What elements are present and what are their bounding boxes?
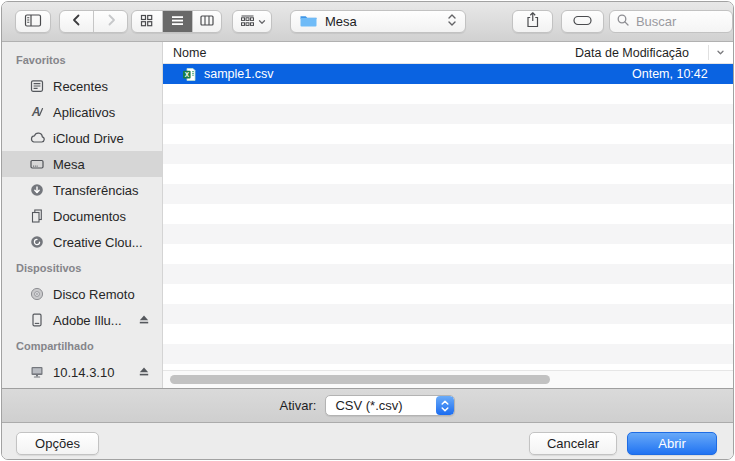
sidebar-section-compartilhado: Compartilhado — [2, 333, 162, 359]
sidebar-item-mesa[interactable]: Mesa — [2, 151, 162, 177]
history-nav — [59, 10, 128, 33]
format-select-value: CSV (*.csv) — [326, 398, 436, 413]
sidebar-item-label: iCloud Drive — [53, 131, 162, 146]
search-field[interactable] — [609, 10, 733, 33]
icloud-drive-icon — [28, 130, 46, 146]
sidebar-item-10-14-3-10[interactable]: 10.14.3.10 — [2, 359, 162, 385]
group-by-icon — [239, 13, 256, 31]
column-view-button[interactable] — [192, 11, 222, 32]
excel-file-icon: X — [182, 67, 197, 82]
file-open-dialog: Mesa Favoritos — [1, 1, 734, 460]
sidebar-section-dispositivos: Dispositivos — [2, 255, 162, 281]
column-header-date[interactable]: Data de Modificação — [575, 46, 689, 60]
search-icon — [616, 13, 630, 31]
sidebar-item-label: Recentes — [53, 79, 162, 94]
chevron-down-icon — [258, 14, 266, 29]
network-computer-icon — [28, 364, 46, 380]
column-divider — [708, 45, 709, 60]
sidebar-item-label: Transferências — [53, 183, 162, 198]
sidebar-item-label: Aplicativos — [53, 105, 162, 120]
sidebar-item-transferencias[interactable]: Transferências — [2, 177, 162, 203]
sidebar-item-disco-remoto[interactable]: Disco Remoto — [2, 281, 162, 307]
button-bar: Opções Cancelar Abrir — [2, 423, 733, 460]
sidebar-item-label: Disco Remoto — [53, 287, 162, 302]
options-button[interactable]: Opções — [16, 432, 99, 455]
svg-text:A: A — [31, 105, 41, 119]
share-icon — [524, 11, 541, 32]
sidebar-toggle-button[interactable] — [15, 10, 51, 33]
tag-icon — [572, 13, 593, 31]
back-button[interactable] — [60, 11, 94, 32]
creative-cloud-icon — [28, 234, 46, 250]
eject-icon — [138, 366, 150, 378]
sidebar-item-adobe-illu[interactable]: Adobe Illu... — [2, 307, 162, 333]
sidebar-item-label: Creative Clou... — [53, 235, 162, 250]
documents-icon — [28, 208, 46, 224]
back-icon — [69, 12, 85, 31]
sidebar-item-label: Adobe Illu... — [53, 313, 138, 328]
downloads-icon — [28, 182, 46, 198]
sidebar-item-label: 10.14.3.10 — [53, 365, 138, 380]
sidebar-toggle-icon — [23, 12, 43, 32]
horizontal-scrollbar[interactable] — [163, 370, 733, 388]
sidebar-item-creative-cloud[interactable]: Creative Clou... — [2, 229, 162, 255]
sidebar-item-label: Documentos — [53, 209, 162, 224]
file-name: sample1.csv — [204, 67, 273, 81]
dialog-body: Favoritos Recentes A Aplicativos iCloud … — [2, 42, 733, 388]
open-button[interactable]: Abrir — [627, 432, 717, 455]
select-stepper-icon — [436, 396, 454, 415]
sidebar-item-documentos[interactable]: Documentos — [2, 203, 162, 229]
format-bar: Ativar: CSV (*.csv) — [2, 388, 733, 423]
list-header: Nome Data de Modificação — [163, 42, 733, 64]
sort-chevron-icon[interactable] — [714, 46, 727, 62]
location-popup[interactable]: Mesa — [290, 10, 466, 33]
desktop-icon — [28, 156, 46, 172]
sidebar-item-label: Mesa — [53, 157, 162, 172]
icon-view-button[interactable] — [132, 11, 162, 32]
empty-rows-area[interactable] — [163, 84, 733, 370]
list-view-button[interactable] — [162, 11, 192, 32]
list-view-icon — [170, 13, 185, 31]
file-row-sample1-csv[interactable]: X sample1.csv Ontem, 10:42 — [163, 64, 733, 84]
sidebar-section-favoritos: Favoritos — [2, 47, 162, 73]
external-drive-icon — [28, 312, 46, 328]
column-header-name[interactable]: Nome — [173, 46, 206, 60]
chevron-up-down-icon — [447, 12, 457, 31]
forward-button[interactable] — [93, 11, 127, 32]
tags-button[interactable] — [561, 10, 604, 33]
column-view-icon — [199, 13, 215, 31]
icon-view-icon — [139, 13, 154, 31]
remote-disc-icon — [28, 286, 46, 302]
eject-button[interactable] — [138, 314, 150, 326]
format-label: Ativar: — [280, 398, 317, 413]
format-select[interactable]: CSV (*.csv) — [325, 395, 455, 416]
group-by-button[interactable] — [232, 10, 272, 33]
sidebar-item-icloud-drive[interactable]: iCloud Drive — [2, 125, 162, 151]
share-button[interactable] — [512, 10, 554, 33]
forward-icon — [103, 12, 119, 31]
folder-icon — [299, 13, 318, 31]
applications-icon: A — [28, 104, 46, 120]
view-switcher — [131, 10, 222, 33]
sidebar: Favoritos Recentes A Aplicativos iCloud … — [2, 42, 163, 388]
search-input[interactable] — [634, 13, 726, 30]
svg-text:X: X — [185, 71, 190, 78]
location-label: Mesa — [325, 14, 357, 29]
eject-icon — [138, 314, 150, 326]
toolbar: Mesa — [2, 2, 733, 42]
recents-icon — [28, 78, 46, 94]
file-modified-date: Ontem, 10:42 — [632, 67, 708, 81]
eject-button[interactable] — [138, 366, 150, 378]
cancel-button[interactable]: Cancelar — [529, 432, 617, 455]
sidebar-item-recentes[interactable]: Recentes — [2, 73, 162, 99]
sidebar-item-aplicativos[interactable]: A Aplicativos — [2, 99, 162, 125]
file-list: Nome Data de Modificação X sample1.csv O… — [163, 42, 733, 388]
scrollbar-thumb[interactable] — [170, 375, 550, 384]
